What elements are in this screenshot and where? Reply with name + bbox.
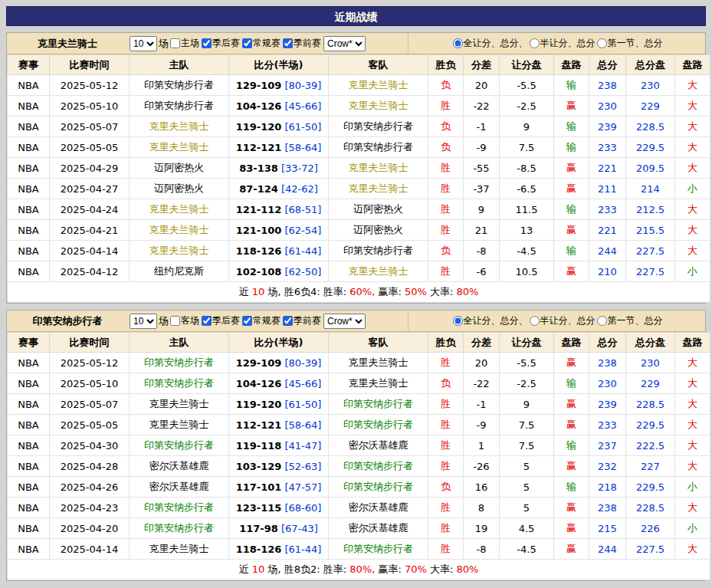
checkbox-input[interactable]	[283, 38, 293, 48]
checkbox-label: 季后赛	[212, 37, 240, 50]
date-cell: 2025-05-05	[50, 415, 130, 435]
radio-input[interactable]	[453, 38, 463, 48]
half-score-text: [42-62]	[281, 183, 318, 195]
column-header: 盘路	[675, 55, 710, 75]
checkbox-input[interactable]	[170, 316, 180, 326]
diff-cell: 9	[464, 199, 500, 220]
games-count-select[interactable]: 10	[130, 314, 157, 329]
half-score-text: [61-44]	[284, 544, 321, 555]
score-text: 121-112	[236, 204, 282, 215]
games-count-select[interactable]: 10	[130, 36, 157, 51]
filter-checkbox-2[interactable]: 常规赛	[241, 314, 281, 327]
result-cell: 胜	[428, 394, 464, 415]
handicap-cell: 5	[500, 498, 554, 518]
checkbox-label: 季后赛	[212, 314, 240, 327]
odds-company-select[interactable]: Crow*	[323, 36, 366, 51]
score-cell: 112-121 [58-64]	[229, 415, 329, 435]
half-score-text: [45-66]	[284, 100, 321, 112]
total-line-cell: 228.5	[626, 394, 675, 415]
team-results-section: 克里夫兰骑士 10 场 主场季后赛常规赛季前赛 Crow* 全让分、总分、半让分…	[6, 32, 706, 304]
filter-checkbox-1[interactable]: 季后赛	[200, 314, 240, 327]
radio-input[interactable]	[530, 316, 540, 326]
checkbox-input[interactable]	[202, 38, 212, 48]
checkbox-input[interactable]	[283, 316, 293, 326]
away-team-cell: 克里夫兰骑士	[329, 75, 428, 96]
home-team-cell: 克里夫兰骑士	[130, 137, 229, 158]
filter-checkbox-3[interactable]: 季前赛	[281, 314, 321, 327]
league-cell: NBA	[8, 261, 50, 282]
radio-input[interactable]	[453, 316, 463, 326]
table-row: NBA 2025-04-29 迈阿密热火 83-138 [33-72] 克里夫兰…	[8, 158, 710, 179]
half-score-text: [47-57]	[284, 481, 321, 493]
score-text: 102-108	[236, 266, 282, 278]
league-cell: NBA	[8, 199, 50, 220]
score-text: 117-98	[239, 523, 278, 534]
filter-checkbox-0[interactable]: 主场	[169, 37, 199, 50]
page: 近期战绩 克里夫兰骑士 10 场 主场季后赛常规赛季前赛 Crow* 全让分、总…	[0, 0, 712, 587]
handicap-cell: -5.5	[500, 75, 554, 96]
filter-radio-0[interactable]: 全让分、总分、	[451, 314, 528, 327]
filter-radio-0[interactable]: 全让分、总分、	[451, 37, 528, 50]
ou-cell: 大	[675, 456, 710, 477]
away-team-cell: 迈阿密热火	[329, 220, 428, 241]
checkbox-input[interactable]	[242, 316, 252, 326]
home-team-cell: 迈阿密热火	[130, 158, 229, 179]
diff-cell: 16	[464, 477, 500, 498]
result-cell: 负	[428, 373, 464, 394]
date-cell: 2025-04-27	[50, 179, 130, 199]
column-header: 赛事	[8, 55, 50, 75]
column-header: 胜负	[428, 55, 464, 75]
total-cell: 221	[589, 220, 626, 241]
table-row: NBA 2025-05-12 印第安纳步行者 129-109 [80-39] 克…	[8, 75, 710, 96]
score-cell: 102-108 [62-50]	[229, 261, 329, 282]
filter-checkbox-1[interactable]: 季后赛	[200, 37, 240, 50]
handicap-result-cell: 输	[554, 75, 589, 96]
half-score-text: [62-50]	[284, 266, 321, 278]
handicap-result-cell: 赢	[554, 96, 589, 117]
half-score-text: [80-39]	[284, 80, 321, 91]
away-team-cell: 密尔沃基雄鹿	[329, 498, 428, 518]
half-score-text: [61-44]	[284, 245, 321, 257]
radio-label-text: 第一节、总分	[608, 314, 663, 327]
checkbox-input[interactable]	[170, 38, 180, 48]
checkbox-input[interactable]	[202, 316, 212, 326]
home-team-cell: 克里夫兰骑士	[130, 117, 229, 137]
score-cell: 112-121 [58-64]	[229, 137, 329, 158]
summary-line: 近 10 场, 胜8负2: 胜率: 80%, 赢率: 70% 大率: 80%	[8, 560, 710, 580]
away-team-cell: 克里夫兰骑士	[329, 373, 428, 394]
diff-cell: -8	[464, 539, 500, 560]
filter-radio-2[interactable]: 第一节、总分	[596, 314, 663, 327]
filter-left: 印第安纳步行者 10 场 客场季后赛常规赛季前赛 Crow*	[7, 314, 408, 329]
handicap-cell: -8.5	[500, 158, 554, 179]
league-cell: NBA	[8, 179, 50, 199]
handicap-result-cell: 输	[554, 435, 589, 456]
radio-input[interactable]	[530, 38, 540, 48]
radio-input[interactable]	[597, 316, 607, 326]
total-line-cell: 227.5	[626, 261, 675, 282]
total-cell: 238	[589, 498, 626, 518]
filter-radio-1[interactable]: 半让分、总分	[528, 314, 596, 327]
total-cell: 230	[589, 96, 626, 117]
diff-cell: -9	[464, 415, 500, 435]
filter-radio-1[interactable]: 半让分、总分	[528, 37, 596, 50]
radio-input[interactable]	[597, 38, 607, 48]
handicap-cell: 4.5	[500, 518, 554, 539]
score-text: 123-115	[236, 502, 282, 514]
filter-checkbox-2[interactable]: 常规赛	[241, 37, 281, 50]
filter-checkbox-3[interactable]: 季前赛	[281, 37, 321, 50]
handicap-cell: 7.5	[500, 415, 554, 435]
filter-checkbox-0[interactable]: 客场	[169, 314, 199, 327]
total-line-cell: 230	[626, 75, 675, 96]
summary-part: 近	[239, 563, 252, 575]
odds-company-select[interactable]: Crow*	[323, 314, 366, 329]
checkbox-input[interactable]	[242, 38, 252, 48]
filter-radio-2[interactable]: 第一节、总分	[596, 37, 663, 50]
score-text: 83-138	[239, 163, 278, 174]
total-line-cell: 227.5	[626, 241, 675, 261]
total-cell: 232	[589, 456, 626, 477]
handicap-cell: -2.5	[500, 96, 554, 117]
league-cell: NBA	[8, 477, 50, 498]
half-score-text: [61-50]	[284, 399, 321, 410]
table-row: NBA 2025-05-05 克里夫兰骑士 112-121 [58-64] 印第…	[8, 415, 710, 435]
total-line-cell: 227	[626, 456, 675, 477]
